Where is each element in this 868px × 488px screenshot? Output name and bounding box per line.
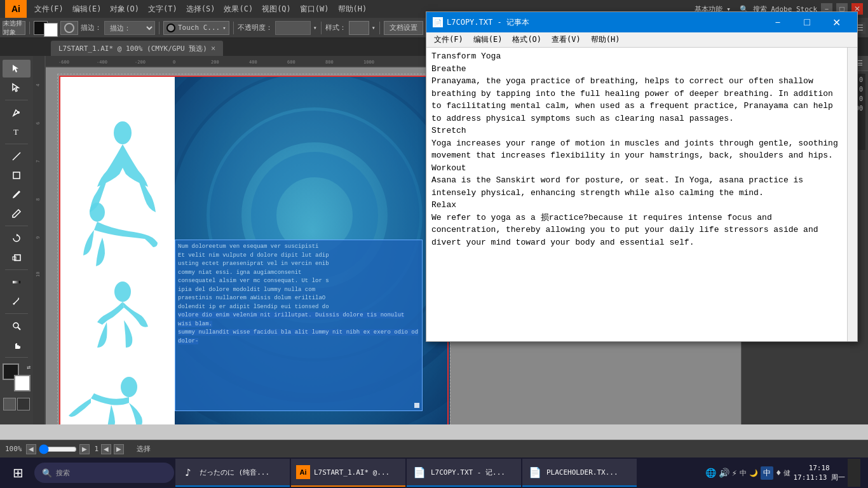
keyboard-icon[interactable]: 健 <box>783 468 790 478</box>
show-desktop-button[interactable] <box>848 459 860 487</box>
line-tool[interactable] <box>3 147 31 165</box>
svg-line-11 <box>18 327 20 330</box>
resize-handle[interactable] <box>414 403 419 408</box>
illustrator-app-icon: Ai <box>296 465 310 479</box>
text-tool[interactable]: T <box>3 123 31 140</box>
eyedropper-tool[interactable] <box>3 292 31 310</box>
menu-window[interactable]: 窗口(W) <box>296 3 333 16</box>
notepad-restore-button[interactable]: □ <box>792 12 822 32</box>
health-icon: ♦ <box>776 468 781 478</box>
speaker-icon[interactable]: 🔊 <box>719 468 729 478</box>
system-time[interactable]: 17:18 17:11:13 周一 <box>793 463 845 483</box>
artboard-left-panel <box>59 76 175 424</box>
taskbar-app-music[interactable]: ♪ だったのに (纯音... <box>175 459 290 487</box>
menu-edit[interactable]: 编辑(E) <box>69 3 105 16</box>
notepad-minimize-button[interactable]: － <box>763 12 792 32</box>
menu-select[interactable]: 选择(S) <box>182 3 219 16</box>
taskbar-search[interactable]: 🔍 搜索 <box>34 463 174 483</box>
style-label: 样式： <box>325 23 346 32</box>
svg-point-2 <box>17 111 20 114</box>
ime-label[interactable]: 中 <box>761 466 773 480</box>
notepad-close-button[interactable]: ✕ <box>822 12 851 32</box>
swap-colors-button[interactable]: ⇄ <box>27 363 31 370</box>
gradient-tool[interactable] <box>3 273 31 291</box>
svg-text:-400: -400 <box>97 60 107 65</box>
pencil-tool[interactable] <box>3 205 31 222</box>
menu-help[interactable]: 帮助(H) <box>334 3 371 16</box>
opacity-arrow[interactable]: ▾ <box>313 24 317 31</box>
mode-stroke[interactable] <box>17 398 30 410</box>
svg-point-32 <box>114 121 132 144</box>
notepad-textarea[interactable]: Transform Yoga Breathe Pranayama, the yo… <box>426 48 847 341</box>
direct-selection-tool[interactable] <box>3 79 31 97</box>
pen-tool[interactable] <box>3 104 31 121</box>
artboard: Num doloreetum ven esequam ver suscipist… <box>58 75 449 424</box>
battery-icon[interactable]: ⚡ <box>732 468 737 478</box>
network-icon[interactable]: 🌐 <box>705 468 716 478</box>
menu-effect[interactable]: 效果(C) <box>220 3 257 16</box>
shape-tool[interactable] <box>3 166 31 184</box>
search-icon: 🔍 <box>42 468 52 478</box>
touch-label: Touch C... <box>178 24 222 32</box>
np-menu-view[interactable]: 查看(V) <box>546 33 586 46</box>
np-menu-edit[interactable]: 编辑(E) <box>468 33 508 46</box>
selection-tool[interactable] <box>3 60 31 78</box>
notepad-window: 📄 L7COPY.TXT - 记事本 － □ ✕ 文件(F) 编辑(E) 格式(… <box>426 11 858 342</box>
doc-setup-button[interactable]: 文档设置 <box>384 21 423 35</box>
svg-rect-9 <box>13 281 20 283</box>
svg-rect-12 <box>15 344 17 349</box>
svg-text:-200: -200 <box>135 60 146 65</box>
notepad-title: L7COPY.TXT - 记事本 <box>447 17 759 28</box>
svg-text:400: 400 <box>249 60 257 65</box>
hand-tool[interactable] <box>3 336 31 354</box>
menu-file[interactable]: 文件(F) <box>31 3 67 16</box>
menu-view[interactable]: 视图(Q) <box>258 3 295 16</box>
taskbar: ⊞ 🔍 搜索 ♪ だったのに (纯音... Ai L7START_1.AI* @… <box>0 458 868 488</box>
text-box-content: Num doloreetum ven esequam ver suscipist… <box>178 243 419 346</box>
taskbar-app-illustrator[interactable]: Ai L7START_1.AI* @... <box>291 459 405 487</box>
np-menu-help[interactable]: 帮助(H) <box>586 33 625 46</box>
np-menu-file[interactable]: 文件(F) <box>429 33 468 46</box>
status-selection: 选择 <box>137 444 151 454</box>
scale-tool[interactable] <box>3 248 31 266</box>
cn-ime-icon[interactable]: 中 <box>740 468 747 478</box>
moon-icon[interactable]: 🌙 <box>749 469 758 477</box>
next-page[interactable]: ▶ <box>114 444 124 454</box>
rotate-tool[interactable] <box>3 229 31 247</box>
taskbar-app-placeholder[interactable]: 📄 PLACEHOLDER.TX... <box>522 459 637 487</box>
silhouettes-svg <box>59 76 175 424</box>
zoom-tool[interactable] <box>3 317 31 335</box>
text-overlay-box[interactable]: Num doloreetum ven esequam ver suscipist… <box>175 240 423 411</box>
zoom-out-button[interactable]: ◀ <box>26 444 36 454</box>
tab-close-button[interactable]: × <box>211 44 215 53</box>
zoom-level: 100% <box>5 445 22 453</box>
taskbar-app-notepad[interactable]: 📄 L7COPY.TXT - 记... <box>407 459 521 487</box>
svg-text:6: 6 <box>36 122 41 125</box>
svg-marker-0 <box>13 65 18 72</box>
page-slider[interactable] <box>39 444 77 454</box>
zoom-in-button[interactable]: ▶ <box>79 444 90 454</box>
touch-dropdown-arrow[interactable]: ▾ <box>222 25 228 31</box>
prev-page[interactable]: ◀ <box>101 444 111 454</box>
notepad-menubar: 文件(F) 编辑(E) 格式(O) 查看(V) 帮助(H) <box>426 32 857 48</box>
style-preview[interactable] <box>349 21 369 35</box>
background-color[interactable] <box>14 375 31 391</box>
stroke-fill-bg[interactable] <box>44 23 58 37</box>
notepad-scrollbar[interactable] <box>847 48 857 341</box>
svg-text:8: 8 <box>36 198 41 201</box>
notepad-icon: 📄 <box>433 17 443 27</box>
color-boxes[interactable]: ⇄ <box>3 363 31 391</box>
menu-text[interactable]: 文字(T) <box>144 3 181 16</box>
stroke-width-select[interactable]: 描边： <box>104 21 155 35</box>
no-selection-indicator: 未选择对象 <box>3 21 25 35</box>
menu-object[interactable]: 对象(O) <box>106 3 143 16</box>
paintbrush-tool[interactable] <box>3 186 31 203</box>
np-menu-format[interactable]: 格式(O) <box>507 33 546 46</box>
mode-fill[interactable] <box>3 398 16 410</box>
opacity-input[interactable]: 100% <box>275 21 311 35</box>
start-button[interactable]: ⊞ <box>3 458 33 488</box>
vertical-ruler: 4 6 7 8 9 10 <box>33 56 46 424</box>
document-tab[interactable]: L7START_1.AI* @ 100% (CMYK/GPU 预选) × <box>51 41 223 56</box>
brush-indicator <box>60 21 78 35</box>
style-arrow[interactable]: ▾ <box>372 24 376 31</box>
